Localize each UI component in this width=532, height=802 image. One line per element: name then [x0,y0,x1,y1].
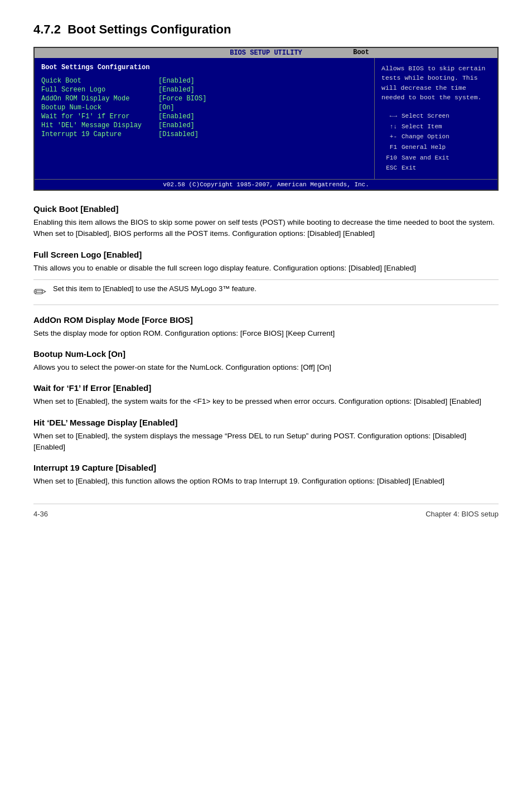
bios-body: Boot Settings Configuration Quick Boot[E… [35,58,497,179]
bios-left-panel: Boot Settings Configuration Quick Boot[E… [35,58,375,179]
bios-right-panel: Allows BIOS to skip certain tests while … [375,58,497,179]
note-icon: ✏ [33,284,46,300]
bios-menu-item: Hit 'DEL' Message Display[Enabled] [41,122,367,129]
subsection-body-hit-del: When set to [Enabled], the system displa… [33,431,499,453]
subsection-full-screen-logo: Full Screen Logo [Enabled]This allows yo… [33,250,499,305]
subsection-body-bootup-numlock: Allows you to select the power-on state … [33,362,499,373]
bios-footer: v02.58 (C)Copyright 1985-2007, American … [35,179,497,190]
subsection-body-interrupt-19: When set to [Enabled], this function all… [33,476,499,487]
subsection-title-hit-del: Hit ‘DEL’ Message Display [Enabled] [33,418,499,427]
subsections-container: Quick Boot [Enabled]Enabling this item a… [33,204,499,487]
subsection-interrupt-19: Interrupt 19 Capture [Disabled]When set … [33,463,499,487]
subsection-title-interrupt-19: Interrupt 19 Capture [Disabled] [33,463,499,472]
bios-menu-item: Bootup Num-Lock[On] [41,104,367,112]
bios-menu-item: Full Screen Logo[Enabled] [41,86,367,94]
bios-menu-item: Wait for 'F1' if Error[Enabled] [41,113,367,120]
subsection-wait-f1: Wait for ‘F1’ If Error [Enabled]When set… [33,383,499,407]
subsection-bootup-numlock: Bootup Num-Lock [On]Allows you to select… [33,349,499,373]
bios-help-text: Allows BIOS to skip certain tests while … [381,64,491,102]
note-box: ✏Set this item to [Enabled] to use the A… [33,279,499,305]
bios-key-item: ↑↓Select Item [381,122,491,132]
bios-key-item: ESCExit [381,163,491,173]
subsection-hit-del: Hit ‘DEL’ Message Display [Enabled]When … [33,418,499,453]
subsection-body-wait-f1: When set to [Enabled], the system waits … [33,396,499,407]
bios-key-item: +-Change Option [381,132,491,142]
bios-menu-item: AddOn ROM Display Mode[Force BIOS] [41,95,367,103]
bios-keys: ←→Select Screen↑↓Select Item+-Change Opt… [381,111,491,173]
subsection-body-quick-boot: Enabling this item allows the BIOS to sk… [33,217,499,240]
bios-active-tab: Boot [347,48,375,57]
bios-menu-item: Interrupt 19 Capture[Disabled] [41,131,367,138]
bios-menu-items: Quick Boot[Enabled]Full Screen Logo[Enab… [41,77,367,138]
subsection-addon-rom: AddOn ROM Display Mode [Force BIOS]Sets … [33,315,499,339]
subsection-body-full-screen-logo: This allows you to enable or disable the… [33,263,499,274]
chapter-label: Chapter 4: BIOS setup [425,510,499,518]
subsection-title-full-screen-logo: Full Screen Logo [Enabled] [33,250,499,259]
subsection-title-quick-boot: Quick Boot [Enabled] [33,204,499,214]
bios-key-item: F1General Help [381,142,491,153]
bios-screen: BIOS SETUP UTILITY Boot Boot Settings Co… [33,47,499,191]
page-number: 4-36 [33,510,48,518]
bios-key-item: F10Save and Exit [381,153,491,163]
subsection-title-wait-f1: Wait for ‘F1’ If Error [Enabled] [33,383,499,393]
bios-header: BIOS SETUP UTILITY Boot [35,48,497,58]
section-title: 4.7.2 Boot Settings Configuration [33,22,499,37]
subsection-quick-boot: Quick Boot [Enabled]Enabling this item a… [33,204,499,240]
bios-key-item: ←→Select Screen [381,111,491,122]
subsection-title-addon-rom: AddOn ROM Display Mode [Force BIOS] [33,315,499,325]
page-footer: 4-36 Chapter 4: BIOS setup [33,504,499,518]
bios-menu-item: Quick Boot[Enabled] [41,77,367,85]
subsection-body-addon-rom: Sets the display mode for option ROM. Co… [33,328,499,339]
bios-left-label: Boot Settings Configuration [41,64,367,71]
note-text: Set this item to [Enabled] to use the AS… [53,284,257,293]
subsection-title-bootup-numlock: Bootup Num-Lock [On] [33,349,499,359]
